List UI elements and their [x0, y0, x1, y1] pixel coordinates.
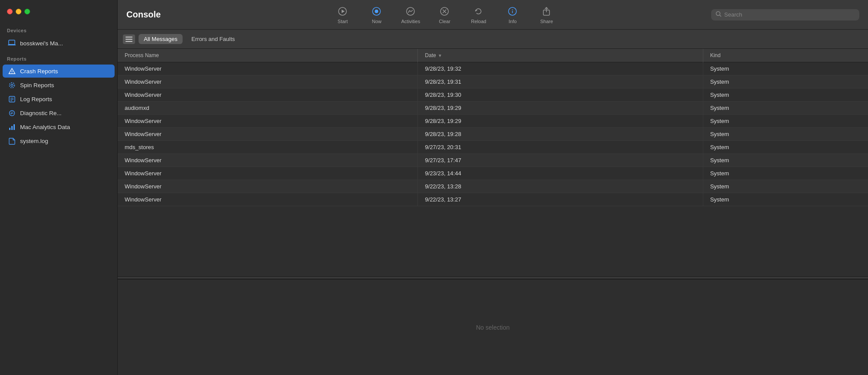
sidebar-item-system-log[interactable]: system.log — [3, 134, 115, 147]
table-row[interactable]: WindowServer 9/28/23, 19:28 System — [118, 128, 868, 141]
table-row[interactable]: WindowServer 9/28/23, 19:31 System — [118, 75, 868, 89]
cell-date: 9/27/23, 20:31 — [418, 141, 703, 154]
start-icon — [336, 5, 349, 17]
sidebar-item-label: Spin Reports — [20, 82, 54, 89]
now-button[interactable]: Now — [366, 5, 387, 24]
table-row[interactable]: mds_stores 9/27/23, 20:31 System — [118, 141, 868, 154]
svg-point-20 — [375, 10, 378, 13]
sidebar-item-mac-analytics[interactable]: Mac Analytics Data — [3, 120, 115, 133]
detail-panel: No selection — [118, 279, 868, 375]
svg-point-29 — [512, 10, 513, 10]
sidebar-item-log-reports[interactable]: Log Reports — [3, 92, 115, 106]
sort-desc-icon: ▼ — [438, 53, 442, 58]
sidebar-toggle-button[interactable] — [123, 34, 135, 44]
cell-process: mds_stores — [118, 141, 418, 154]
tab-errors-faults[interactable]: Errors and Faults — [186, 34, 240, 44]
share-button[interactable]: Share — [536, 5, 557, 24]
sidebar-item-label: system.log — [20, 138, 48, 144]
cell-process: WindowServer — [118, 75, 418, 89]
svg-rect-14 — [9, 128, 10, 130]
search-bar[interactable] — [711, 9, 859, 20]
clear-icon — [438, 5, 451, 17]
cell-process: WindowServer — [118, 180, 418, 193]
table-row[interactable]: WindowServer 9/22/23, 13:27 System — [118, 193, 868, 206]
cell-date: 9/27/23, 17:47 — [418, 154, 703, 167]
start-label: Start — [338, 19, 348, 24]
cell-process: WindowServer — [118, 115, 418, 128]
share-icon — [540, 5, 553, 17]
minimize-button[interactable] — [16, 9, 21, 14]
tab-all-messages[interactable]: All Messages — [139, 34, 183, 44]
cell-kind: System — [703, 141, 868, 154]
svg-line-24 — [411, 10, 413, 12]
cell-kind: System — [703, 115, 868, 128]
column-header-process[interactable]: Process Name — [118, 49, 418, 62]
svg-rect-37 — [125, 41, 132, 42]
cell-process: WindowServer — [118, 62, 418, 75]
file-icon — [8, 137, 16, 145]
now-label: Now — [372, 19, 381, 24]
start-button[interactable]: Start — [332, 5, 353, 24]
cell-kind: System — [703, 193, 868, 206]
table-row[interactable]: WindowServer 9/23/23, 14:44 System — [118, 167, 868, 180]
zoom-button[interactable] — [24, 9, 30, 14]
svg-line-13 — [11, 113, 12, 114]
app-title: Console — [126, 10, 161, 20]
cell-date: 9/28/23, 19:30 — [418, 89, 703, 102]
svg-rect-35 — [125, 37, 132, 38]
column-header-date[interactable]: Date ▼ — [418, 49, 703, 62]
table-header-row: Process Name Date ▼ Kind — [118, 49, 868, 62]
svg-rect-0 — [9, 40, 15, 44]
cell-date: 9/23/23, 14:44 — [418, 167, 703, 180]
cell-kind: System — [703, 180, 868, 193]
reload-button[interactable]: Reload — [468, 5, 489, 24]
sidebar-item-spin-reports[interactable]: Spin Reports — [3, 78, 115, 92]
activities-icon — [404, 5, 417, 17]
no-selection-text: No selection — [476, 324, 509, 331]
cell-process: audiomxd — [118, 102, 418, 115]
table-row[interactable]: audiomxd 9/28/23, 19:29 System — [118, 102, 868, 115]
clear-button[interactable]: Clear — [434, 5, 455, 24]
info-button[interactable]: Info — [502, 5, 523, 24]
sidebar-item-crash-reports[interactable]: Crash Reports — [3, 65, 115, 78]
sidebar-device-item[interactable]: bosskwei's Ma... — [3, 36, 115, 51]
table-row[interactable]: WindowServer 9/27/23, 17:47 System — [118, 154, 868, 167]
svg-line-22 — [408, 10, 410, 13]
share-label: Share — [540, 19, 553, 24]
svg-point-4 — [9, 82, 14, 88]
sidebar-item-diagnostic-reports[interactable]: Diagnostic Re... — [3, 106, 115, 119]
close-button[interactable] — [7, 9, 13, 14]
sidebar-item-label: Diagnostic Re... — [20, 110, 61, 116]
table-row[interactable]: WindowServer 9/28/23, 19:32 System — [118, 62, 868, 75]
cell-process: WindowServer — [118, 193, 418, 206]
column-header-kind[interactable]: Kind — [703, 49, 868, 62]
crash-reports-table: Process Name Date ▼ Kind WindowServer — [118, 49, 868, 206]
svg-rect-16 — [14, 124, 15, 130]
sidebar-item-label: Mac Analytics Data — [20, 124, 70, 130]
svg-point-3 — [11, 73, 12, 73]
cell-kind: System — [703, 62, 868, 75]
cell-kind: System — [703, 154, 868, 167]
sidebar-item-label: Crash Reports — [20, 68, 58, 75]
table-container: Process Name Date ▼ Kind WindowServer — [118, 49, 868, 276]
devices-section-label: Devices — [0, 23, 117, 36]
activities-label: Activities — [401, 19, 420, 24]
filter-bar: All Messages Errors and Faults — [118, 30, 868, 49]
clear-label: Clear — [439, 19, 450, 24]
activities-button[interactable]: Activities — [400, 5, 421, 24]
search-icon — [715, 11, 722, 19]
table-row[interactable]: WindowServer 9/28/23, 19:30 System — [118, 89, 868, 102]
table-row[interactable]: WindowServer 9/22/23, 13:28 System — [118, 180, 868, 193]
titlebar — [0, 0, 117, 23]
svg-line-34 — [720, 15, 722, 17]
cell-date: 9/28/23, 19:32 — [418, 62, 703, 75]
svg-point-33 — [716, 11, 720, 15]
cell-kind: System — [703, 167, 868, 180]
search-input[interactable] — [724, 11, 855, 18]
info-label: Info — [509, 19, 516, 24]
svg-rect-1 — [8, 44, 16, 45]
cell-kind: System — [703, 128, 868, 141]
cell-date: 9/22/23, 13:27 — [418, 193, 703, 206]
svg-point-5 — [11, 84, 13, 86]
table-row[interactable]: WindowServer 9/28/23, 19:29 System — [118, 115, 868, 128]
